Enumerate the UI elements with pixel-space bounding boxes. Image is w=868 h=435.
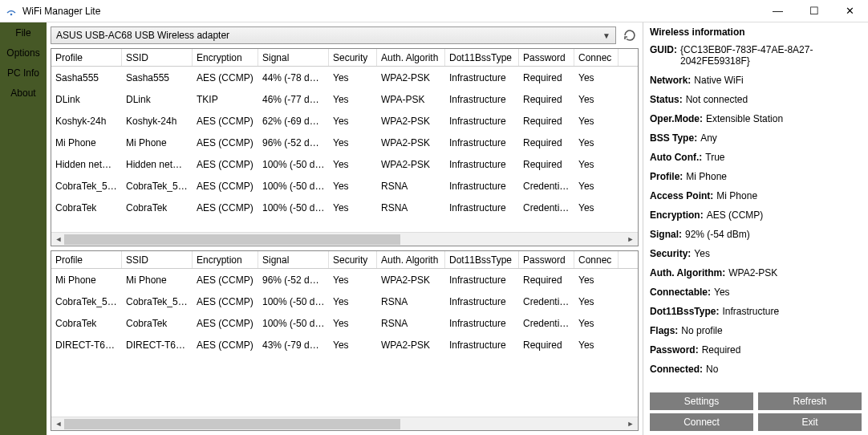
cell: Required: [519, 72, 574, 83]
column-header[interactable]: Security: [329, 49, 377, 66]
cell: 100% (-50 dBm): [258, 159, 329, 170]
titlebar: WiFi Manager Lite — ☐ ✕: [0, 0, 868, 22]
refresh-button[interactable]: Refresh: [758, 392, 862, 410]
table-row[interactable]: Sasha555Sasha555AES (CCMP)44% (-78 dBm)Y…: [51, 67, 638, 88]
column-header[interactable]: Profile: [51, 251, 122, 268]
cell: AES (CCMP): [193, 137, 258, 148]
cell: Required: [519, 94, 574, 105]
column-header[interactable]: Encryption: [193, 251, 258, 268]
column-header[interactable]: Signal: [258, 251, 329, 268]
sidebar-item-about[interactable]: About: [0, 83, 47, 103]
cell: Yes: [329, 137, 377, 148]
info-label: Signal:: [650, 229, 682, 240]
maximize-button[interactable]: ☐: [796, 0, 832, 22]
cell: WPA2-PSK: [377, 137, 445, 148]
table-row[interactable]: CobraTek_5GHzCobraTek_5GHzAES (CCMP)100%…: [51, 291, 638, 312]
column-header[interactable]: Connec: [574, 49, 619, 66]
cell: Infrastructure: [445, 159, 519, 170]
column-header[interactable]: Auth. Algorith: [377, 49, 445, 66]
cell: Yes: [574, 137, 619, 148]
cell: 100% (-50 dBm): [258, 296, 329, 307]
scroll-right-icon[interactable]: ►: [625, 418, 636, 429]
cell: AES (CCMP): [193, 202, 258, 213]
info-label: Status:: [650, 94, 683, 105]
table-row[interactable]: CobraTekCobraTekAES (CCMP)100% (-50 dBm)…: [51, 312, 638, 334]
cell: 96% (-52 dBm): [258, 137, 329, 148]
cell: Infrastructure: [445, 116, 519, 127]
table-row[interactable]: Mi PhoneMi PhoneAES (CCMP)96% (-52 dBm)Y…: [51, 132, 638, 153]
cell: RSNA: [377, 296, 445, 307]
scroll-right-icon[interactable]: ►: [625, 234, 636, 245]
info-line: Dot11BssType:Infrastructure: [650, 306, 862, 317]
column-header[interactable]: Encryption: [193, 49, 258, 66]
info-label: Connectable:: [650, 287, 711, 298]
info-value: WPA2-PSK: [728, 267, 777, 278]
cell: Yes: [574, 339, 619, 351]
info-value: Native WiFi: [694, 75, 743, 86]
table-row[interactable]: Koshyk-24hKoshyk-24hAES (CCMP)62% (-69 d…: [51, 110, 638, 132]
column-header[interactable]: Password: [519, 251, 574, 268]
table-row[interactable]: DIRECT-T6DESK...DIRECT-T6DESK...AES (CCM…: [51, 334, 638, 356]
adapter-dropdown[interactable]: ASUS USB-AC68 USB Wireless adapter ▼: [51, 26, 616, 44]
info-value: Infrastructure: [722, 306, 779, 317]
info-heading: Wireless information: [650, 26, 862, 38]
info-line: GUID:{CC13EB0F-783F-47AE-8A27-2042FE5931…: [650, 44, 862, 67]
column-header[interactable]: Password: [519, 49, 574, 66]
column-header[interactable]: Dot11BssType: [445, 49, 519, 66]
column-header[interactable]: Connec: [574, 251, 619, 268]
exit-button[interactable]: Exit: [758, 413, 862, 431]
cell: Yes: [574, 296, 619, 307]
close-button[interactable]: ✕: [832, 0, 868, 22]
info-value: 92% (-54 dBm): [685, 229, 750, 240]
connect-button[interactable]: Connect: [650, 413, 753, 431]
info-value: Extensible Station: [706, 113, 783, 124]
column-header[interactable]: Auth. Algorith: [377, 251, 445, 268]
refresh-icon[interactable]: [621, 26, 639, 44]
table-row[interactable]: CobraTek_5GHzCobraTek_5GHzAES (CCMP)100%…: [51, 175, 638, 197]
cell: CobraTek_5GHz: [122, 296, 193, 307]
h-scrollbar[interactable]: ◄ ►: [51, 232, 638, 246]
column-header[interactable]: Signal: [258, 49, 329, 66]
column-header[interactable]: SSID: [122, 49, 193, 66]
cell: Yes: [574, 159, 619, 170]
info-label: Profile:: [650, 171, 683, 182]
info-value: Yes: [714, 287, 730, 298]
info-label: Access Point:: [650, 190, 713, 201]
sidebar-item-file[interactable]: File: [0, 22, 47, 43]
column-header[interactable]: Profile: [51, 49, 122, 66]
column-header[interactable]: Dot11BssType: [445, 251, 519, 268]
table-row[interactable]: DLinkDLinkTKIP46% (-77 dBm)YesWPA-PSKInf…: [51, 88, 638, 110]
column-header[interactable]: SSID: [122, 251, 193, 268]
info-line: Connectable:Yes: [650, 287, 862, 298]
cell: RSNA: [377, 318, 445, 329]
minimize-button[interactable]: —: [760, 0, 796, 22]
cell: CobraTek: [122, 318, 193, 329]
scroll-left-icon[interactable]: ◄: [53, 234, 64, 245]
cell: 96% (-52 dBm): [258, 274, 329, 286]
cell: WPA2-PSK: [377, 339, 445, 351]
cell: Infrastructure: [445, 137, 519, 148]
cell: Infrastructure: [445, 181, 519, 192]
cell: Infrastructure: [445, 339, 519, 351]
sidebar-item-pcinfo[interactable]: PC Info: [0, 63, 47, 83]
cell: Yes: [329, 159, 377, 170]
info-line: BSS Type:Any: [650, 132, 862, 144]
table-row[interactable]: Mi PhoneMi PhoneAES (CCMP)96% (-52 dBm)Y…: [51, 269, 638, 291]
cell: CobraTek: [51, 202, 122, 213]
cell: DLink: [122, 94, 193, 105]
info-value: No profile: [681, 325, 722, 336]
info-value: {CC13EB0F-783F-47AE-8A27-2042FE59318F}: [680, 44, 862, 67]
cell: Yes: [574, 202, 619, 213]
sidebar-item-options[interactable]: Options: [0, 43, 47, 63]
cell: Infrastructure: [445, 202, 519, 213]
info-label: Network:: [650, 75, 691, 86]
scroll-left-icon[interactable]: ◄: [53, 418, 64, 429]
column-header[interactable]: Security: [329, 251, 377, 268]
h-scrollbar-2[interactable]: ◄ ►: [51, 417, 638, 430]
table-row[interactable]: CobraTekCobraTekAES (CCMP)100% (-50 dBm)…: [51, 197, 638, 218]
cell: 100% (-50 dBm): [258, 318, 329, 329]
settings-button[interactable]: Settings: [650, 392, 753, 410]
info-line: Encryption:AES (CCMP): [650, 209, 862, 221]
table-row[interactable]: Hidden networkHidden networkAES (CCMP)10…: [51, 153, 638, 175]
window-title: WiFi Manager Lite: [22, 6, 100, 17]
